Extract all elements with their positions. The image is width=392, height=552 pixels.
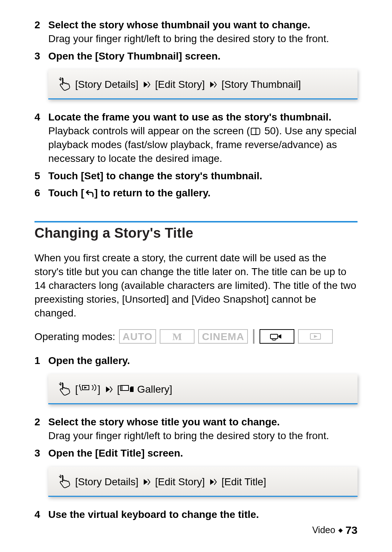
step-number: 3	[34, 49, 48, 63]
touch-path-item: [ Gallery]	[117, 383, 172, 396]
mode-photo-playback	[298, 329, 333, 344]
touch-path-item: [ ]	[75, 383, 101, 396]
svg-rect-4	[122, 385, 128, 391]
section-heading: Changing a Story's Title	[34, 224, 358, 242]
touch-path-item: [Edit Title]	[221, 475, 266, 489]
mode-manual: M	[160, 329, 195, 344]
touch-path-story-thumbnail: [Story Details] [Edit Story] [Story Thum…	[48, 69, 358, 99]
touch-path-item: [Edit Story]	[155, 475, 205, 489]
step-number: 4	[34, 508, 48, 522]
touch-path-item: [Story Thumbnail]	[221, 78, 301, 91]
step-number: 3	[34, 446, 48, 460]
chevron-right-icon	[143, 478, 151, 486]
step-item: 1 Open the gallery.	[34, 354, 358, 368]
touch-hand-icon	[56, 474, 71, 490]
touch-hand-icon	[56, 381, 71, 397]
touch-path-item: [Story Details]	[75, 78, 138, 91]
step-item: 4 Locate the frame you want to use as th…	[34, 110, 358, 165]
step-title: Touch [] to return to the gallery.	[48, 187, 211, 199]
play-photo-icon	[308, 332, 323, 341]
section-divider	[34, 221, 358, 222]
step-item: 2 Select the story whose thumbnail you w…	[34, 18, 358, 46]
mode-cinema: CINEMA	[198, 329, 248, 344]
step-item: 2 Select the story whose title you want …	[34, 415, 358, 443]
touch-hand-icon	[56, 77, 71, 93]
steps-list-bottom: 1 Open the gallery.	[34, 354, 358, 368]
mode-separator	[253, 329, 254, 344]
chevron-right-icon	[105, 385, 113, 393]
step-number: 4	[34, 110, 48, 165]
steps-list-bottom-cont: 2 Select the story whose title you want …	[34, 415, 358, 460]
step-desc: Playback controls will appear on the scr…	[48, 125, 356, 164]
step-item: 3 Open the [Edit Title] screen.	[34, 446, 358, 460]
chevron-right-icon	[209, 478, 217, 486]
step-title: Locate the frame you want to use as the …	[48, 111, 331, 123]
chevron-right-icon	[209, 81, 217, 89]
mode-movie-playback	[260, 329, 294, 344]
operating-modes-row: Operating modes: AUTO M CINEMA	[34, 329, 358, 344]
operating-modes-label: Operating modes:	[34, 330, 115, 344]
camcorder-icon	[270, 332, 284, 341]
step-desc: Drag your finger right/left to bring the…	[48, 33, 329, 44]
touch-path-item: [Edit Story]	[155, 78, 205, 91]
step-title: Select the story whose title you want to…	[48, 416, 280, 428]
touch-path-item: [Story Details]	[75, 475, 138, 489]
back-arrow-icon	[84, 187, 94, 201]
step-number: 2	[34, 18, 48, 46]
steps-list-bottom-cont2: 4 Use the virtual keyboard to change the…	[34, 508, 358, 522]
step-title: Select the story whose thumbnail you wan…	[48, 19, 310, 30]
step-title: Open the [Story Thumbnail] screen.	[48, 50, 221, 62]
step-title: Open the [Edit Title] screen.	[48, 447, 183, 459]
touch-path-edit-title: [Story Details] [Edit Story] [Edit Title…	[48, 467, 358, 497]
step-number: 5	[34, 169, 48, 183]
step-number: 2	[34, 415, 48, 443]
steps-list-top: 2 Select the story whose thumbnail you w…	[34, 18, 358, 63]
svg-rect-0	[270, 334, 278, 339]
mode-auto: AUTO	[119, 329, 156, 344]
touch-path-open-gallery: [ ] [ Gallery]	[48, 374, 358, 404]
page-footer: Video ◆ 73	[312, 523, 358, 538]
chevron-right-icon	[143, 81, 151, 89]
step-desc: Drag your finger right/left to bring the…	[48, 430, 329, 441]
gallery-memory-icon	[120, 384, 134, 393]
step-title: Open the gallery.	[48, 355, 130, 366]
step-item: 5 Touch [Set] to change the story's thum…	[34, 169, 358, 183]
step-item: 3 Open the [Story Thumbnail] screen.	[34, 49, 358, 63]
page-number: 73	[346, 523, 358, 538]
index-switch-icon	[78, 383, 98, 393]
step-item: 4 Use the virtual keyboard to change the…	[34, 508, 358, 522]
step-title: Use the virtual keyboard to change the t…	[48, 509, 259, 520]
step-title: Touch [Set] to change the story's thumbn…	[48, 170, 262, 181]
diamond-icon: ◆	[338, 527, 343, 533]
steps-list-top-cont: 4 Locate the frame you want to use as th…	[34, 110, 358, 201]
footer-section: Video	[312, 524, 335, 536]
svg-rect-5	[130, 388, 134, 392]
step-number: 6	[34, 186, 48, 201]
page-reference-icon	[251, 128, 260, 135]
step-number: 1	[34, 354, 48, 368]
step-item: 6 Touch [] to return to the gallery.	[34, 186, 358, 201]
section-intro: When you first create a story, the curre…	[34, 251, 358, 320]
